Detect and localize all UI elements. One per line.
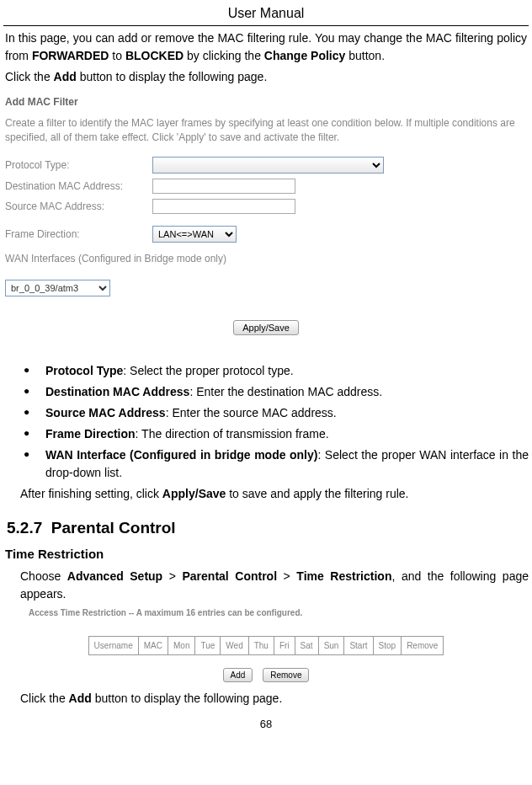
path-time-restriction: Time Restriction bbox=[296, 569, 391, 583]
dest-mac-row: Destination MAC Address: bbox=[5, 179, 527, 194]
form-title: Add MAC Filter bbox=[5, 94, 527, 109]
bullet-text: : The direction of transmission frame. bbox=[136, 427, 329, 441]
dest-mac-label: Destination MAC Address: bbox=[5, 179, 152, 194]
page-header: User Manual bbox=[3, 3, 529, 26]
src-mac-row: Source MAC Address: bbox=[5, 199, 527, 214]
bullet-label: Destination MAC Address bbox=[45, 385, 189, 398]
bullet-text: : Select the proper protocol type. bbox=[123, 364, 293, 377]
protocol-type-label: Protocol Type: bbox=[5, 158, 152, 173]
bullet-label: Protocol Type bbox=[45, 364, 123, 377]
intro-paragraph-1: In this page, you can add or remove the … bbox=[3, 29, 529, 65]
frame-direction-select[interactable]: LAN<=>WAN bbox=[152, 226, 237, 243]
col-mac: MAC bbox=[138, 636, 168, 654]
section-description: Choose Advanced Setup > Parental Control… bbox=[3, 568, 529, 603]
closing-pre: Click the bbox=[20, 692, 69, 705]
wan-interface-select[interactable]: br_0_0_39/atm3 bbox=[5, 280, 110, 296]
bullet-text: : Enter the source MAC address. bbox=[166, 406, 337, 419]
desc-text: Choose bbox=[20, 569, 67, 583]
bullet-frame-direction: Frame Direction: The direction of transm… bbox=[24, 425, 529, 443]
path-parental-control: Parental Control bbox=[182, 569, 277, 583]
col-stop: Stop bbox=[373, 636, 402, 654]
frame-direction-row: Frame Direction: LAN<=>WAN bbox=[5, 226, 527, 243]
desc-text: > bbox=[277, 569, 296, 583]
after-text: to save and apply the filtering rule. bbox=[226, 487, 408, 500]
forwarded-label: FORWARDED bbox=[32, 49, 109, 62]
restriction-title: Access Time Restriction -- A maximum 16 … bbox=[3, 606, 529, 619]
col-thu: Thu bbox=[248, 636, 274, 654]
bullet-label: Source MAC Address bbox=[45, 406, 166, 419]
wan-interfaces-label: WAN Interfaces (Configured in Bridge mod… bbox=[5, 251, 527, 266]
frame-direction-label: Frame Direction: bbox=[5, 227, 152, 242]
intro-text: button. bbox=[345, 49, 385, 62]
bullet-protocol-type: Protocol Type: Select the proper protoco… bbox=[24, 362, 529, 380]
col-tue: Tue bbox=[195, 636, 221, 654]
field-descriptions-list: Protocol Type: Select the proper protoco… bbox=[3, 362, 529, 482]
protocol-type-select[interactable] bbox=[152, 157, 384, 174]
table-header-row: Username MAC Mon Tue Wed Thu Fri Sat Sun… bbox=[88, 636, 444, 654]
desc-text: > bbox=[162, 569, 182, 583]
intro-text: Click the bbox=[5, 70, 54, 83]
bullet-wan-interface: WAN Interface (Configured in bridge mode… bbox=[24, 446, 529, 482]
src-mac-label: Source MAC Address: bbox=[5, 199, 152, 214]
apply-save-ref: Apply/Save bbox=[162, 487, 226, 500]
section-number: 5.2.7 bbox=[7, 519, 42, 537]
bullet-label: Frame Direction bbox=[45, 427, 136, 441]
add-button[interactable]: Add bbox=[223, 668, 253, 682]
src-mac-input[interactable] bbox=[152, 199, 295, 214]
col-remove: Remove bbox=[402, 636, 444, 654]
bullet-src-mac: Source MAC Address: Enter the source MAC… bbox=[24, 404, 529, 422]
protocol-type-row: Protocol Type: bbox=[5, 157, 527, 174]
col-username: Username bbox=[88, 636, 138, 654]
time-restriction-table: Username MAC Mon Tue Wed Thu Fri Sat Sun… bbox=[3, 636, 529, 683]
section-heading: 5.2.7 Parental Control bbox=[3, 516, 529, 541]
change-policy-label: Change Policy bbox=[264, 49, 345, 62]
section-title: Parental Control bbox=[51, 519, 176, 537]
col-sun: Sun bbox=[318, 636, 344, 654]
intro-paragraph-2: Click the Add button to display the foll… bbox=[3, 68, 529, 86]
closing-post: button to display the following page. bbox=[92, 692, 283, 705]
bullet-text: : Enter the destination MAC address. bbox=[189, 385, 382, 398]
intro-text: by clicking the bbox=[184, 49, 264, 62]
apply-save-button[interactable]: Apply/Save bbox=[233, 320, 299, 335]
path-advanced-setup: Advanced Setup bbox=[67, 569, 162, 583]
after-finishing-text: After finishing setting, click Apply/Sav… bbox=[3, 485, 529, 503]
col-mon: Mon bbox=[168, 636, 194, 654]
col-sat: Sat bbox=[295, 636, 318, 654]
col-start: Start bbox=[344, 636, 373, 654]
subsection-heading: Time Restriction bbox=[3, 545, 529, 564]
bullet-dest-mac: Destination MAC Address: Enter the desti… bbox=[24, 383, 529, 401]
blocked-label: BLOCKED bbox=[125, 49, 184, 62]
intro-text: to bbox=[109, 49, 125, 62]
after-text: After finishing setting, click bbox=[20, 487, 162, 500]
remove-button[interactable]: Remove bbox=[263, 668, 309, 682]
add-ref: Add bbox=[69, 692, 92, 705]
page-number: 68 bbox=[3, 716, 529, 733]
bullet-label: WAN Interface (Configured in bridge mode… bbox=[45, 448, 317, 462]
closing-text: Click the Add button to display the foll… bbox=[3, 690, 529, 708]
mac-filter-form: Add MAC Filter Create a filter to identi… bbox=[3, 89, 529, 352]
form-description: Create a filter to identify the MAC laye… bbox=[5, 116, 527, 145]
add-label: Add bbox=[54, 70, 77, 83]
col-wed: Wed bbox=[221, 636, 248, 654]
col-fri: Fri bbox=[274, 636, 295, 654]
dest-mac-input[interactable] bbox=[152, 179, 295, 194]
intro-text: button to display the following page. bbox=[77, 70, 268, 83]
